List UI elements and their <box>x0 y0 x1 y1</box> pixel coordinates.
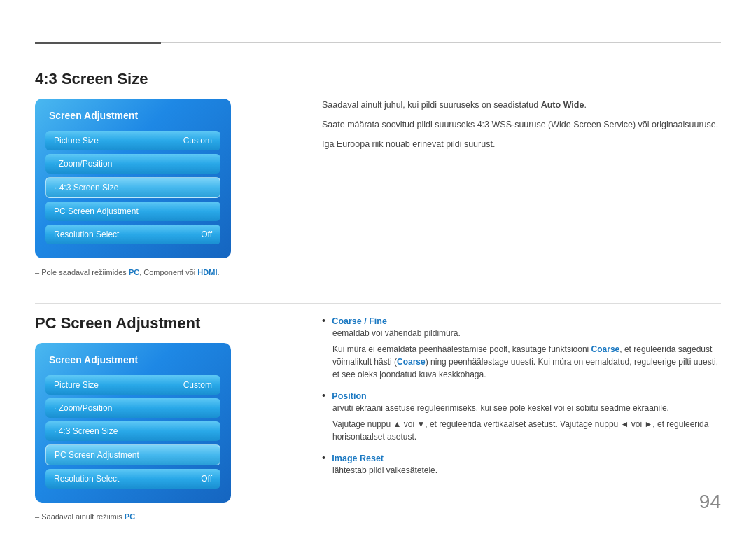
menu-item-2-3-label: PC Screen Adjustment <box>55 450 139 460</box>
menu-item-1-4-label: Resolution Select <box>54 230 119 239</box>
bold-autowide: Auto Wide <box>541 100 584 110</box>
bullet-position: • Position arvuti ekraani asetuse regule… <box>322 389 721 443</box>
menu-item-1-0[interactable]: Picture Size Custom <box>46 131 220 150</box>
bullet-dot-3: • <box>322 452 326 463</box>
bullet-coarse-fine: • Coarse / Fine eemaldab või vähendab pi… <box>322 314 721 381</box>
menu-item-1-0-label: Picture Size <box>54 136 99 146</box>
screen-adjustment-header-2: Screen Adjustment <box>46 351 220 368</box>
right-text-1-1: Saate määrata soovitud pildi suuruseks 4… <box>322 118 721 132</box>
coarse-bold-2: Coarse <box>397 357 426 367</box>
section2-note1: – Saadaval ainult režiimis PC. <box>35 511 280 523</box>
note1-hdmi: HDMI <box>197 268 217 276</box>
menu-item-2-4-value: Off <box>201 474 212 484</box>
bullet-position-text2: Vajutage nuppu ▲ või ▼, et reguleerida v… <box>322 418 721 443</box>
menu-item-1-1[interactable]: · Zoom/Position <box>46 154 220 174</box>
menu-item-1-2-label: · 4:3 Screen Size <box>55 183 118 192</box>
menu-item-1-1-label: · Zoom/Position <box>54 159 112 169</box>
page-number: 94 <box>699 491 721 513</box>
menu-item-1-3[interactable]: PC Screen Adjustment <box>46 202 220 221</box>
bullet-coarse-fine-text1: eemaldab või vähendab pildimüra. <box>322 327 721 339</box>
menu-item-2-1-label: · Zoom/Position <box>54 403 112 413</box>
menu-item-2-1[interactable]: · Zoom/Position <box>46 398 220 418</box>
section2-title: PC Screen Adjustment <box>35 314 280 332</box>
bullet-image-reset-title: Image Reset <box>332 454 384 463</box>
menu-item-2-2[interactable]: · 4:3 Screen Size <box>46 421 220 441</box>
bullet-image-reset-label: • Image Reset <box>322 451 721 464</box>
menu-item-2-0-value: Custom <box>183 380 212 390</box>
section1-title: 4:3 Screen Size <box>35 70 280 88</box>
menu-item-2-0[interactable]: Picture Size Custom <box>46 375 220 395</box>
right-text-1-0: Saadaval ainult juhul, kui pildi suuruse… <box>322 98 721 112</box>
right-text-1-2: Iga Euroopa riik nõuab erinevat pildi su… <box>322 137 721 151</box>
menu-item-1-2[interactable]: · 4:3 Screen Size <box>46 177 220 198</box>
menu-item-2-4-label: Resolution Select <box>54 474 119 484</box>
top-line-accent <box>35 42 161 44</box>
bullet-position-title: Position <box>332 391 366 401</box>
menu-item-2-4[interactable]: Resolution Select Off <box>46 469 220 489</box>
note2-pc: PC <box>125 512 135 521</box>
bullet-coarse-fine-title: Coarse / Fine <box>332 316 387 326</box>
bullet-position-text1: arvuti ekraani asetuse reguleerimiseks, … <box>322 402 721 414</box>
bullet-coarse-fine-text2: Kui müra ei eemaldata peenhäälestamise p… <box>322 343 721 381</box>
menu-item-1-3-label: PC Screen Adjustment <box>54 206 139 216</box>
page-container: 4:3 Screen Size Screen Adjustment Pictur… <box>0 0 756 534</box>
section1-note: – Pole saadaval režiimides PC, Component… <box>35 267 280 279</box>
bullet-dot-1: • <box>322 315 326 326</box>
bullet-image-reset-text1: lähtestab pildi vaikesätetele. <box>322 464 721 477</box>
menu-item-2-3[interactable]: PC Screen Adjustment <box>46 444 220 465</box>
menu-item-1-4-value: Off <box>201 230 212 239</box>
screen-adjustment-box-2: Screen Adjustment Picture Size Custom · … <box>35 343 231 503</box>
bullet-image-reset: • Image Reset lähtestab pildi vaikesätet… <box>322 451 721 477</box>
right-column-section2: • Coarse / Fine eemaldab või vähendab pi… <box>301 314 721 535</box>
menu-item-1-0-value: Custom <box>183 136 212 146</box>
menu-item-1-4[interactable]: Resolution Select Off <box>46 225 220 244</box>
bullet-position-label: • Position <box>322 389 721 402</box>
menu-item-2-0-label: Picture Size <box>54 380 99 390</box>
note1-pc: PC <box>129 268 139 276</box>
right-column-section1: Saadaval ainult juhul, kui pildi suuruse… <box>301 70 721 296</box>
bullet-coarse-fine-label: • Coarse / Fine <box>322 314 721 327</box>
bullet-dot-2: • <box>322 390 326 401</box>
left-column-section1: 4:3 Screen Size Screen Adjustment Pictur… <box>35 70 301 296</box>
menu-item-2-2-label: · 4:3 Screen Size <box>54 426 118 436</box>
screen-adjustment-header-1: Screen Adjustment <box>46 107 220 124</box>
coarse-bold-1: Coarse <box>592 344 620 354</box>
mid-divider <box>35 303 721 304</box>
screen-adjustment-box-1: Screen Adjustment Picture Size Custom · … <box>35 99 231 258</box>
left-column-section2: PC Screen Adjustment Screen Adjustment P… <box>35 314 301 535</box>
